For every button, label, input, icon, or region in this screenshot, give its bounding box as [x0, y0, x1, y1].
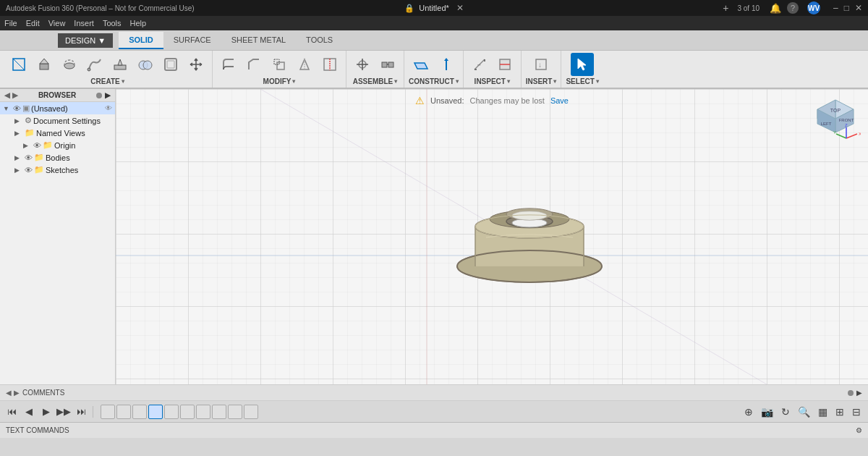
vp-home-btn[interactable]: ⊕: [741, 405, 756, 419]
main-canvas[interactable]: ⚠ Unsaved: Changes may be lost Save TOP …: [116, 89, 868, 384]
menu-file[interactable]: File: [4, 19, 17, 28]
tree-item-doc-settings[interactable]: ▶ ⚙ Document Settings: [0, 114, 115, 127]
vp-env-btn[interactable]: ⊟: [849, 405, 864, 419]
timeline-item-4[interactable]: [148, 405, 163, 419]
revolve-button[interactable]: [58, 53, 81, 76]
fillet-button[interactable]: [217, 53, 240, 76]
add-icon[interactable]: +: [723, 2, 728, 14]
nav-play-btn[interactable]: ▶: [39, 405, 54, 419]
joint-button[interactable]: [351, 53, 374, 76]
browser-header: ◀ ▶ BROWSER ▶: [0, 89, 115, 102]
menu-edit[interactable]: Edit: [26, 19, 40, 28]
timeline-item-3[interactable]: [132, 405, 147, 419]
measure-button[interactable]: ↔: [468, 53, 491, 76]
menu-help[interactable]: Help: [130, 19, 147, 28]
eye-icon-root2[interactable]: 👁: [105, 104, 112, 112]
menu-view[interactable]: View: [48, 19, 66, 28]
close-btn[interactable]: ✕: [855, 3, 862, 13]
plane-button[interactable]: [409, 53, 433, 76]
comments-back[interactable]: ◀: [6, 389, 12, 397]
assemble-group-label[interactable]: ASSEMBLE ▾: [353, 77, 398, 85]
svg-marker-24: [414, 63, 427, 69]
lock-icon: 🔒: [404, 4, 414, 13]
select-group-label[interactable]: SELECT ▾: [566, 77, 598, 85]
minimize-btn[interactable]: –: [833, 3, 838, 13]
maximize-btn[interactable]: □: [844, 3, 849, 13]
tree-item-origin[interactable]: ▶ 👁 📁 Origin: [0, 139, 115, 151]
sketch-button[interactable]: [7, 53, 30, 76]
browser-forward-arrow[interactable]: ▶: [12, 91, 18, 99]
split-button[interactable]: [318, 53, 341, 76]
rib-button[interactable]: [109, 53, 132, 76]
shell-button[interactable]: [159, 53, 182, 76]
eye-sketches[interactable]: 👁: [25, 166, 33, 174]
timeline-item-5[interactable]: [164, 405, 179, 419]
rigid-group-button[interactable]: [376, 53, 399, 76]
user-avatar[interactable]: WV: [807, 1, 820, 14]
nav-first-btn[interactable]: ⏮: [4, 405, 19, 419]
timeline-item-10[interactable]: [244, 405, 258, 419]
tab-sheet-metal[interactable]: SHEET METAL: [221, 32, 296, 49]
tree-item-sketches[interactable]: ▶ 👁 📁 Sketches: [0, 164, 115, 176]
select-button[interactable]: [571, 53, 594, 76]
move-button[interactable]: [184, 53, 208, 76]
eye-root[interactable]: 👁: [13, 104, 21, 113]
svg-rect-2: [40, 64, 48, 69]
modify-group-label[interactable]: MODIFY ▾: [263, 77, 296, 85]
comments-forward[interactable]: ▶: [14, 389, 20, 397]
window-title-close[interactable]: ✕: [456, 3, 464, 13]
create-group-label[interactable]: CREATE ▾: [90, 77, 124, 85]
eye-bodies[interactable]: 👁: [25, 153, 33, 162]
status-bar: TEXT COMMANDS ⚙: [0, 422, 868, 438]
sweep-button[interactable]: [83, 53, 106, 76]
section-button[interactable]: [493, 53, 516, 76]
extrude-button[interactable]: [33, 53, 56, 76]
inspect-group-label[interactable]: INSPECT ▾: [475, 77, 510, 85]
scale-button[interactable]: [268, 53, 291, 76]
nav-next-btn[interactable]: ▶▶: [56, 405, 71, 419]
timeline-item-9[interactable]: [228, 405, 242, 419]
menu-tools[interactable]: Tools: [103, 19, 122, 28]
vp-rotate-btn[interactable]: ↻: [778, 405, 793, 419]
timeline-item-1[interactable]: [101, 405, 115, 419]
tree-item-root[interactable]: ▼ 👁 ▣ (Unsaved) 👁: [0, 102, 115, 114]
construct-group-label[interactable]: CONSTRUCT ▾: [409, 77, 459, 85]
axis-button[interactable]: [435, 53, 458, 76]
vp-camera-btn[interactable]: 📷: [758, 405, 776, 419]
insert-button[interactable]: ↓: [529, 53, 553, 76]
nav-prev-btn[interactable]: ◀: [22, 405, 36, 419]
vp-grid-btn[interactable]: ⊞: [833, 405, 847, 419]
tab-tools[interactable]: TOOLS: [296, 32, 343, 49]
viewcube[interactable]: TOP LEFT FRONT X Y Z: [810, 96, 861, 147]
browser-expand[interactable]: ▶: [105, 91, 111, 99]
insert-group-label[interactable]: INSERT ▾: [526, 77, 557, 85]
browser-dot[interactable]: [96, 93, 102, 98]
settings-icon[interactable]: ⚙: [856, 426, 862, 434]
tree-item-named-views[interactable]: ▶ 📁 Named Views: [0, 127, 115, 139]
eye-origin[interactable]: 👁: [33, 141, 41, 150]
help-icon[interactable]: ?: [787, 2, 799, 14]
timeline-item-7[interactable]: [196, 405, 210, 419]
viewport-controls: ⊕ 📷 ↻ 🔍 ▦ ⊞ ⊟: [741, 405, 864, 419]
combine-button[interactable]: [134, 53, 157, 76]
menu-insert[interactable]: Insert: [74, 19, 94, 28]
comments-expand[interactable]: ▶: [856, 389, 862, 397]
tree-item-bodies[interactable]: ▶ 👁 📁 Bodies: [0, 151, 115, 164]
vp-display-btn[interactable]: ▦: [815, 405, 830, 419]
assemble-label: ASSEMBLE: [353, 77, 393, 85]
tab-surface[interactable]: SURFACE: [163, 32, 221, 49]
tab-solid[interactable]: SOLID: [119, 32, 163, 49]
design-dropdown[interactable]: DESIGN ▼: [58, 33, 113, 48]
nav-last-btn[interactable]: ⏭: [74, 405, 88, 419]
browser-back-arrow[interactable]: ◀: [4, 91, 10, 99]
comments-dot[interactable]: [848, 390, 854, 396]
timeline-item-2[interactable]: [116, 405, 131, 419]
vp-zoom-btn[interactable]: 🔍: [795, 405, 813, 419]
save-link[interactable]: Save: [550, 96, 569, 105]
folder-icon-views: 📁: [25, 128, 35, 138]
chamfer-button[interactable]: [242, 53, 265, 76]
timeline-item-6[interactable]: [180, 405, 195, 419]
notifications-icon[interactable]: 🔔: [770, 3, 781, 14]
draft-button[interactable]: [293, 53, 316, 76]
timeline-item-8[interactable]: [212, 405, 226, 419]
